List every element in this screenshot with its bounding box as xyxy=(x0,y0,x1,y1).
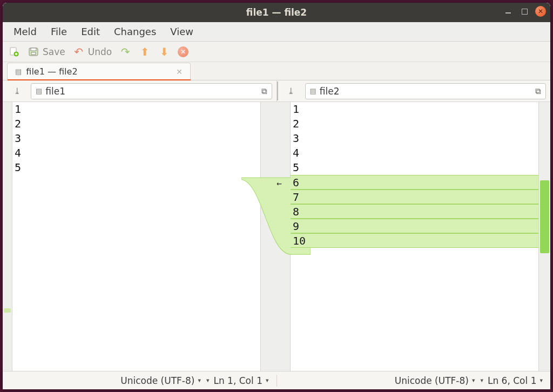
file-icon: ▤ xyxy=(310,87,316,95)
svg-rect-4 xyxy=(31,52,36,55)
statusbar: Unicode (UTF-8) ▾ ▾ Ln 1, Col 1 ▾ Unicod… xyxy=(3,371,550,389)
left-overview-gutter[interactable] xyxy=(3,102,12,371)
position-dropdown-right[interactable]: Ln 6, Col 1 ▾ xyxy=(488,375,543,386)
window-title: file1 — file2 xyxy=(246,7,307,18)
document-icon: ▤ xyxy=(15,67,22,76)
file1-path-box[interactable]: ▤ file1 ⧉ xyxy=(31,83,272,99)
push-down-icon: ⤓ xyxy=(14,86,21,96)
code-line[interactable]: 1 xyxy=(291,102,538,117)
code-line[interactable]: 5 xyxy=(12,160,260,175)
tab-close-icon[interactable]: ✕ xyxy=(176,67,183,76)
svg-rect-3 xyxy=(31,48,36,51)
chevron-down-icon[interactable]: ▾ xyxy=(206,377,210,384)
new-comparison-button[interactable] xyxy=(8,46,20,58)
code-line-added[interactable]: 7 xyxy=(291,190,538,204)
status-left: Unicode (UTF-8) ▾ ▾ Ln 1, Col 1 ▾ xyxy=(3,375,276,386)
code-line[interactable]: 3 xyxy=(291,131,538,146)
encoding-dropdown-right[interactable]: Unicode (UTF-8) ▾ xyxy=(395,375,475,386)
chevron-down-icon: ▾ xyxy=(472,377,475,384)
code-line[interactable]: 3 xyxy=(12,131,260,146)
chevron-down-icon: ▾ xyxy=(539,377,543,384)
cursor-indicator xyxy=(277,82,278,100)
code-line[interactable]: 1 xyxy=(12,102,260,117)
code-line[interactable]: 4 xyxy=(291,146,538,160)
right-overview-gutter[interactable] xyxy=(538,102,550,371)
push-down-icon: ⤓ xyxy=(287,86,294,96)
toolbar: Save ↶ Undo ↷ ⬆ ⬇ ✕ xyxy=(3,42,550,62)
link-map xyxy=(260,102,291,371)
position-right-label: Ln 6, Col 1 xyxy=(488,375,537,386)
code-line-added[interactable]: 10 xyxy=(291,233,538,248)
code-line-added[interactable]: 6← xyxy=(291,175,538,190)
app-window: file1 — file2 Meld File Edit Changes Vie… xyxy=(3,3,550,389)
right-push-button[interactable]: ⤓ xyxy=(280,86,302,96)
down-arrow-icon: ⬇ xyxy=(158,46,170,58)
redo-icon: ↷ xyxy=(119,46,131,58)
encoding-right-label: Unicode (UTF-8) xyxy=(395,375,469,386)
menu-file[interactable]: File xyxy=(44,24,73,39)
new-comparison-icon xyxy=(8,46,20,58)
file2-name: file2 xyxy=(320,86,340,97)
save-button[interactable]: Save xyxy=(28,46,65,58)
status-right: Unicode (UTF-8) ▾ ▾ Ln 6, Col 1 ▾ xyxy=(277,375,551,386)
overview-added-mark xyxy=(540,180,549,253)
code-line[interactable]: 4 xyxy=(12,146,260,160)
menu-edit[interactable]: Edit xyxy=(75,24,106,39)
file-icon: ▤ xyxy=(36,87,42,95)
tabbar: ▤ file1 — file2 ✕ xyxy=(3,62,550,80)
encoding-left-label: Unicode (UTF-8) xyxy=(120,375,194,386)
menu-meld[interactable]: Meld xyxy=(7,24,43,39)
right-pane[interactable]: 123456←78910 xyxy=(291,102,538,371)
code-line-added[interactable]: 9 xyxy=(291,219,538,233)
left-content[interactable]: 12345 xyxy=(12,102,260,371)
redo-button[interactable]: ↷ xyxy=(119,46,131,58)
titlebar: file1 — file2 xyxy=(3,3,550,22)
comparison-tab[interactable]: ▤ file1 — file2 ✕ xyxy=(7,63,191,80)
chevron-down-icon[interactable]: ▾ xyxy=(480,377,483,384)
file-headers: ⤓ ▤ file1 ⧉ ⤓ ▤ file2 ⧉ xyxy=(3,80,550,102)
right-content[interactable]: 123456←78910 xyxy=(291,102,538,371)
save-label: Save xyxy=(43,46,65,57)
tab-label: file1 — file2 xyxy=(26,66,77,77)
copy-icon[interactable]: ⧉ xyxy=(535,86,541,96)
minimize-button[interactable] xyxy=(503,6,514,17)
maximize-button[interactable] xyxy=(519,6,530,17)
code-line[interactable]: 2 xyxy=(12,117,260,131)
undo-label: Undo xyxy=(88,46,112,57)
push-left-icon[interactable]: ← xyxy=(274,178,284,188)
file-header-left: ⤓ ▤ file1 ⧉ xyxy=(3,80,276,102)
undo-button[interactable]: ↶ Undo xyxy=(73,46,112,58)
menu-view[interactable]: View xyxy=(164,24,200,39)
prev-change-button[interactable]: ⬆ xyxy=(139,46,151,58)
code-line[interactable]: 2 xyxy=(291,117,538,131)
left-pane[interactable]: 12345 xyxy=(12,102,260,371)
stop-icon: ✕ xyxy=(178,46,188,57)
up-arrow-icon: ⬆ xyxy=(139,46,151,58)
left-push-button[interactable]: ⤓ xyxy=(6,86,28,96)
encoding-dropdown-left[interactable]: Unicode (UTF-8) ▾ xyxy=(120,375,201,386)
copy-icon[interactable]: ⧉ xyxy=(261,86,267,96)
window-controls xyxy=(503,6,546,17)
undo-icon: ↶ xyxy=(73,46,85,58)
file-header-right: ⤓ ▤ file2 ⧉ xyxy=(277,80,551,102)
position-dropdown-left[interactable]: Ln 1, Col 1 ▾ xyxy=(213,375,268,386)
close-button[interactable] xyxy=(535,6,546,17)
position-left-label: Ln 1, Col 1 xyxy=(213,375,262,386)
file2-path-box[interactable]: ▤ file2 ⧉ xyxy=(305,83,547,99)
stop-button[interactable]: ✕ xyxy=(178,46,188,57)
save-icon xyxy=(28,46,39,58)
diff-body: 12345 123456←78910 xyxy=(3,102,550,371)
file1-name: file1 xyxy=(45,86,65,97)
code-line-added[interactable]: 8 xyxy=(291,204,538,219)
left-gutter-hint xyxy=(4,308,11,313)
chevron-down-icon: ▾ xyxy=(266,377,269,384)
menubar: Meld File Edit Changes View xyxy=(3,22,550,42)
code-line[interactable]: 5 xyxy=(291,160,538,175)
menu-changes[interactable]: Changes xyxy=(107,24,163,39)
next-change-button[interactable]: ⬇ xyxy=(158,46,170,58)
chevron-down-icon: ▾ xyxy=(198,377,201,384)
